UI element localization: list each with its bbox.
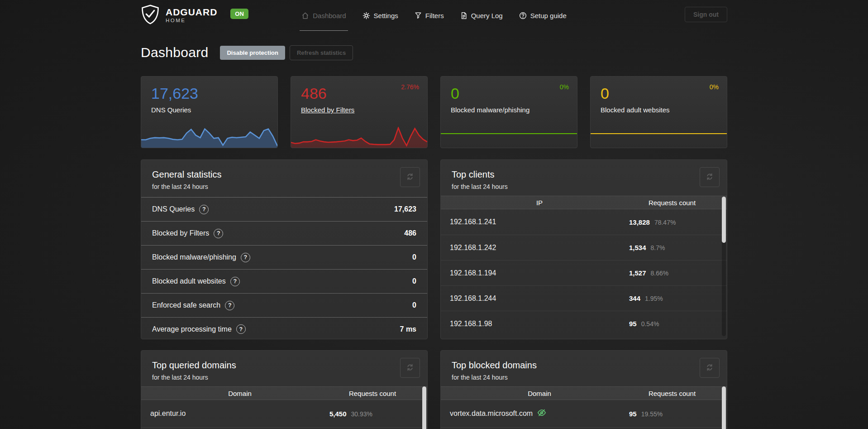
stat-row-value: 0	[412, 253, 416, 261]
refresh-icon	[706, 173, 714, 182]
stat-row-label: Enforced safe search	[152, 301, 220, 309]
client-count: 1,527	[629, 269, 646, 277]
stat-row-blocked-filters: Blocked by Filters? 486	[141, 221, 427, 245]
brand-name: ADGUARD	[166, 7, 217, 17]
nav-label-setup-guide: Setup guide	[530, 12, 567, 19]
top-queried-domains-subtitle: for the last 24 hours	[152, 374, 416, 381]
refresh-icon	[406, 363, 414, 373]
stat-row-label: Blocked adult websites	[152, 277, 226, 285]
client-row: 192.168.1.244 3441.95%	[441, 285, 727, 311]
help-icon[interactable]: ?	[241, 253, 250, 262]
navbar: ADGUARD HOME ON Dashboard	[0, 0, 868, 31]
client-count: 13,828	[629, 218, 650, 226]
stat-cards-row: 17,623 DNS Queries 486 Blocked by Filter…	[141, 76, 727, 148]
top-blocked-domains-header: Domain Requests count	[441, 386, 727, 400]
top-blocked-domains-panel: Top blocked domains for the last 24 hour…	[440, 350, 727, 429]
client-count: 95	[629, 320, 637, 328]
refresh-icon	[406, 173, 414, 182]
help-circle-icon	[519, 12, 527, 19]
stat-row-label: Average processing time	[152, 325, 232, 333]
domain-count: 5,450	[329, 410, 347, 418]
client-ip: 192.168.1.242	[450, 244, 629, 252]
top-clients-refresh-button[interactable]	[700, 167, 720, 187]
protection-status-badge: ON	[230, 9, 248, 19]
client-row: 192.168.1.242 1,5348.7%	[441, 235, 727, 260]
stat-row-processing-time: Average processing time? 7 ms	[141, 317, 427, 339]
top-queried-domains-header: Domain Requests count	[141, 386, 427, 400]
stat-row-dns-queries: DNS Queries? 17,623	[141, 197, 427, 221]
scrollbar-track[interactable]	[722, 197, 726, 336]
scrollbar-thumb[interactable]	[422, 386, 426, 429]
refresh-statistics-button[interactable]: Refresh statistics	[290, 45, 353, 60]
stat-row-value: 7 ms	[400, 325, 416, 333]
blocked-filters-link[interactable]: Blocked by Filters	[301, 106, 354, 114]
disable-protection-button[interactable]: Disable protection	[220, 46, 285, 60]
domain-name: vortex.data.microsoft.com	[450, 410, 533, 418]
scrollbar-track[interactable]	[722, 386, 726, 429]
column-header-requests: Requests count	[329, 390, 415, 397]
general-statistics-refresh-button[interactable]	[400, 167, 420, 187]
nav-item-query-log[interactable]: Query Log	[460, 0, 503, 31]
blocked-malware-percent: 0%	[560, 83, 569, 91]
client-row: 192.168.1.98 950.54%	[441, 311, 727, 336]
stat-row-safe-search: Enforced safe search? 0	[141, 293, 427, 317]
client-count: 1,534	[629, 244, 646, 251]
dns-queries-label: DNS Queries	[151, 106, 191, 114]
dashboard-page: Dashboard Disable protection Refresh sta…	[141, 44, 727, 429]
funnel-icon	[415, 12, 422, 19]
stat-row-label: DNS Queries	[152, 205, 195, 213]
column-header-requests: Requests count	[629, 390, 715, 397]
top-blocked-domains-refresh-button[interactable]	[700, 358, 720, 378]
stat-card-blocked-adult: 0 Blocked adult websites 0%	[590, 76, 727, 148]
help-icon[interactable]: ?	[225, 301, 234, 310]
stat-card-blocked-by-filters: 486 Blocked by Filters 2.76%	[291, 76, 428, 148]
top-blocked-domains-title: Top blocked domains	[452, 360, 716, 371]
client-percent: 8.7%	[651, 244, 665, 251]
scrollbar-track[interactable]	[422, 386, 426, 429]
nav-item-setup-guide[interactable]: Setup guide	[519, 0, 567, 31]
table-row-partial	[441, 427, 727, 429]
nav-item-filters[interactable]: Filters	[415, 0, 444, 31]
top-clients-header: IP Requests count	[441, 196, 727, 209]
nav-item-settings[interactable]: Settings	[362, 0, 398, 31]
scrollbar-thumb[interactable]	[722, 386, 726, 429]
client-percent: 1.95%	[645, 295, 663, 302]
client-ip: 192.168.1.241	[450, 218, 629, 226]
client-ip: 192.168.1.244	[450, 294, 629, 303]
sign-out-button[interactable]: Sign out	[685, 7, 727, 22]
blocked-adult-percent: 0%	[710, 83, 719, 91]
stat-row-value: 486	[404, 229, 416, 237]
top-queried-domains-refresh-button[interactable]	[400, 358, 420, 378]
stat-row-label: Blocked by Filters	[152, 229, 209, 237]
blocked-filters-sparkline	[291, 127, 427, 148]
dns-queries-value: 17,623	[151, 85, 267, 102]
top-clients-subtitle: for the last 24 hours	[452, 183, 716, 190]
help-icon[interactable]: ?	[214, 229, 223, 238]
help-icon[interactable]: ?	[199, 205, 209, 214]
general-statistics-subtitle: for the last 24 hours	[152, 183, 416, 190]
help-icon[interactable]: ?	[230, 277, 240, 286]
stat-row-value: 17,623	[394, 205, 416, 213]
page-title: Dashboard	[141, 45, 208, 60]
general-statistics-panel: General statistics for the last 24 hours…	[141, 159, 428, 339]
blocked-adult-value: 0	[601, 85, 717, 102]
eye-off-icon	[537, 408, 547, 419]
blocked-malware-value: 0	[451, 85, 567, 102]
nav-item-dashboard[interactable]: Dashboard	[301, 0, 346, 31]
client-percent: 8.66%	[651, 270, 669, 277]
client-row: 192.168.1.194 1,5278.66%	[441, 260, 727, 285]
stat-row-blocked-malware: Blocked malware/phishing? 0	[141, 245, 427, 269]
column-header-ip: IP	[450, 199, 629, 207]
scrollbar-thumb[interactable]	[722, 197, 726, 243]
client-ip: 192.168.1.194	[450, 269, 629, 277]
domain-percent: 30.93%	[351, 410, 372, 418]
adguard-home-logo[interactable]: ADGUARD HOME ON	[141, 4, 248, 27]
nav-label-settings: Settings	[374, 12, 398, 19]
general-statistics-rows: DNS Queries? 17,623 Blocked by Filters? …	[141, 197, 427, 339]
column-header-domain: Domain	[450, 390, 629, 397]
stat-row-label: Blocked malware/phishing	[152, 253, 236, 261]
domain-count: 95	[629, 410, 637, 418]
help-icon[interactable]: ?	[236, 324, 246, 334]
table-row-partial	[141, 427, 427, 429]
top-blocked-domains-subtitle: for the last 24 hours	[452, 374, 716, 381]
